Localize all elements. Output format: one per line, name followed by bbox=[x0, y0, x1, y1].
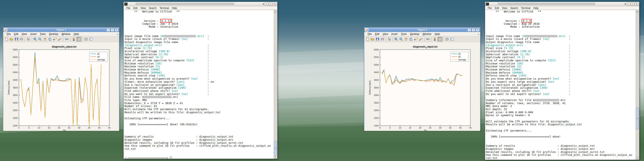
show-plot-tools-icon[interactable] bbox=[89, 37, 93, 42]
scrollbar-thumb[interactable]: ☰ bbox=[636, 108, 639, 130]
open-file-icon[interactable] bbox=[370, 37, 375, 42]
menu-edit[interactable]: Edit bbox=[132, 7, 139, 10]
figure2-titlebar[interactable]: Figure 2 –□✕ bbox=[364, 28, 480, 32]
maximize-button[interactable]: □ bbox=[631, 2, 634, 6]
menu-edit[interactable]: Edit bbox=[12, 32, 20, 36]
terminal-line: Minimum resolution [50] : bbox=[486, 62, 636, 65]
menu-tools[interactable]: Tools bbox=[38, 32, 47, 36]
menu-view[interactable]: View bbox=[139, 7, 147, 10]
menu-desktop[interactable]: Desktop bbox=[47, 32, 60, 36]
menu-file[interactable]: File bbox=[366, 32, 373, 36]
menu-tools[interactable]: Tools bbox=[399, 32, 408, 36]
insert-colorbar-icon[interactable] bbox=[432, 37, 437, 42]
menu-file[interactable]: File bbox=[486, 7, 493, 10]
menu-desktop[interactable]: Desktop bbox=[408, 32, 421, 36]
menu-search[interactable]: Search bbox=[147, 7, 158, 10]
menu-insert[interactable]: Insert bbox=[390, 32, 399, 36]
maximize-button[interactable]: □ bbox=[472, 28, 475, 32]
terminal2-titlebar[interactable]: >_ s –□✕ bbox=[485, 2, 639, 6]
menu-search[interactable]: Search bbox=[509, 7, 520, 10]
arrow-cursor-icon[interactable] bbox=[387, 37, 392, 42]
terminal-line: Number of columns, rows, sections: 3710,… bbox=[486, 102, 636, 105]
save-figure-icon[interactable] bbox=[14, 37, 19, 42]
terminal-line: Amplitude contrast [0.1] : bbox=[124, 56, 274, 59]
menu-help[interactable]: Help bbox=[433, 32, 442, 36]
terminal-line: File type: MRC bbox=[124, 99, 274, 102]
scrollbar-thumb[interactable]: ☰ bbox=[274, 141, 277, 156]
insert-legend-icon[interactable] bbox=[438, 37, 442, 42]
minimize-button[interactable]: – bbox=[106, 28, 110, 32]
rotate-3d-icon[interactable] bbox=[409, 37, 414, 42]
rotate-3d-icon[interactable] bbox=[48, 37, 52, 42]
terminal-line: Use a restraint on astigmatism? [yes] : bbox=[486, 84, 636, 87]
insert-colorbar-icon[interactable] bbox=[72, 37, 76, 42]
zoom-in-icon[interactable] bbox=[33, 37, 38, 42]
terminal2-content[interactable]: ** Welcome to Ctffind ** Version : 4.1.4… bbox=[485, 10, 639, 160]
pan-hand-icon[interactable] bbox=[404, 37, 408, 42]
hide-plot-tools-icon[interactable] bbox=[84, 37, 88, 42]
insert-legend-icon[interactable] bbox=[76, 37, 82, 42]
menu-help[interactable]: Help bbox=[532, 7, 540, 10]
menubar-overflow-icon[interactable]: ↘ bbox=[116, 33, 118, 35]
maximize-button[interactable]: □ bbox=[269, 2, 272, 6]
terminal-line: Do you know what astigmatism is present?… bbox=[124, 77, 274, 80]
menu-terminal[interactable]: Terminal bbox=[520, 7, 532, 10]
pan-hand-icon[interactable] bbox=[43, 37, 47, 42]
window-title-fragment: s bbox=[625, 2, 626, 5]
figure1-titlebar[interactable]: Figure 1 –□✕ bbox=[3, 28, 119, 32]
svg-text:2500: 2500 bbox=[374, 102, 379, 104]
scroll-up-icon[interactable]: ▲ bbox=[274, 10, 277, 13]
menu-view[interactable]: View bbox=[20, 32, 29, 36]
open-file-icon[interactable] bbox=[9, 37, 14, 42]
arrow-cursor-icon[interactable] bbox=[26, 37, 30, 42]
menu-window[interactable]: Window bbox=[60, 32, 72, 36]
scroll-down-icon[interactable]: ▼ bbox=[636, 157, 639, 160]
brush-icon[interactable] bbox=[419, 37, 424, 42]
terminal1-titlebar[interactable]: >_ s –□✕ bbox=[124, 2, 277, 6]
figure2-chart: diagnosticoutput.txt05101520253035404510… bbox=[364, 42, 480, 131]
minimize-button[interactable]: – bbox=[265, 2, 268, 6]
print-figure-icon[interactable] bbox=[380, 37, 385, 42]
new-figure-icon[interactable] bbox=[365, 37, 370, 42]
menu-insert[interactable]: Insert bbox=[29, 32, 38, 36]
menubar-overflow-icon[interactable]: ↘ bbox=[478, 33, 479, 35]
new-figure-icon[interactable] bbox=[4, 37, 9, 42]
menu-terminal[interactable]: Terminal bbox=[158, 7, 170, 10]
show-plot-tools-icon[interactable] bbox=[450, 37, 454, 42]
terminal-line: Estimating CTF parameters... bbox=[124, 117, 274, 120]
menu-view[interactable]: View bbox=[500, 7, 509, 10]
close-button[interactable]: ✕ bbox=[273, 2, 277, 6]
minimize-button[interactable]: – bbox=[626, 2, 630, 6]
menu-view[interactable]: View bbox=[381, 32, 390, 36]
print-figure-icon[interactable] bbox=[19, 37, 24, 42]
close-button[interactable]: ✕ bbox=[476, 28, 480, 32]
link-plot-icon[interactable] bbox=[64, 37, 69, 42]
menu-file[interactable]: File bbox=[5, 32, 12, 36]
scroll-up-icon[interactable]: ▲ bbox=[636, 10, 639, 13]
zoom-out-icon[interactable] bbox=[399, 37, 404, 42]
menu-help[interactable]: Help bbox=[72, 32, 80, 36]
close-button[interactable]: ✕ bbox=[115, 28, 118, 32]
terminal1-content[interactable]: ** Welcome to Ctffind ** Version : 4.1.1… bbox=[124, 10, 277, 158]
link-plot-icon[interactable] bbox=[426, 37, 430, 42]
zoom-out-icon[interactable] bbox=[38, 37, 42, 42]
terminal2-scrollbar[interactable]: ▲ ☰ ▼ bbox=[636, 10, 639, 160]
scroll-down-icon[interactable]: ▼ bbox=[274, 156, 277, 158]
terminal-line: Input is a movie (stack of frames) [no] … bbox=[486, 38, 636, 41]
brush-icon[interactable] bbox=[58, 37, 62, 42]
menu-edit[interactable]: Edit bbox=[373, 32, 381, 36]
maximize-button[interactable]: □ bbox=[110, 28, 114, 32]
save-figure-icon[interactable] bbox=[375, 37, 380, 42]
menu-help[interactable]: Help bbox=[170, 7, 178, 10]
minimize-button[interactable]: – bbox=[468, 28, 471, 32]
terminal1-scrollbar[interactable]: ▲ ☰ ▼ bbox=[274, 10, 277, 158]
terminal-line bbox=[124, 32, 274, 35]
menu-file[interactable]: File bbox=[125, 7, 132, 10]
menu-edit[interactable]: Edit bbox=[493, 7, 500, 10]
hide-plot-tools-icon[interactable] bbox=[445, 37, 449, 42]
menu-window[interactable]: Window bbox=[421, 32, 433, 36]
zoom-in-icon[interactable] bbox=[394, 37, 398, 42]
data-cursor-icon[interactable] bbox=[53, 37, 57, 42]
data-cursor-icon[interactable] bbox=[414, 37, 418, 42]
close-button[interactable]: ✕ bbox=[635, 2, 638, 6]
